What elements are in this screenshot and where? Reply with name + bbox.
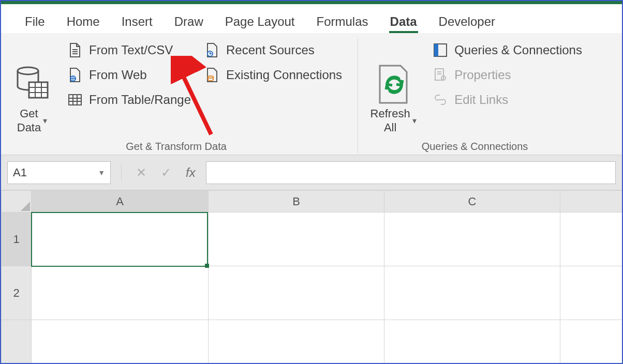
file-globe-icon (67, 67, 83, 83)
table-icon (67, 92, 83, 108)
select-all-corner[interactable] (2, 191, 32, 213)
svg-rect-18 (434, 44, 438, 56)
ribbon-tabs: File Home Insert Draw Page Layout Formul… (1, 4, 622, 33)
column-header-b[interactable]: B (209, 191, 384, 213)
cell-c2[interactable] (384, 266, 560, 320)
group-queries-connections: Refresh All ▾ Queries & Connections (362, 38, 598, 154)
svg-rect-1 (29, 82, 48, 98)
svg-point-0 (18, 67, 38, 74)
svg-rect-10 (69, 95, 81, 105)
tab-home[interactable]: Home (57, 12, 109, 33)
formula-input[interactable] (206, 161, 616, 184)
cell-b3[interactable] (209, 320, 384, 365)
tab-formulas[interactable]: Formulas (307, 12, 378, 33)
cell-a2[interactable] (32, 266, 209, 320)
get-data-label-bottom: Data (17, 121, 41, 134)
column-header-extra[interactable] (560, 191, 624, 213)
recent-sources-button[interactable]: Recent Sources (201, 40, 345, 60)
recent-sources-label: Recent Sources (226, 43, 315, 57)
name-box[interactable]: A1 ▼ (7, 161, 111, 184)
row-header-1[interactable]: 1 (2, 213, 32, 266)
svg-point-16 (208, 76, 213, 78)
row-header-3[interactable] (2, 320, 32, 365)
queries-connections-button[interactable]: Queries & Connections (429, 40, 585, 60)
from-table-range-button[interactable]: From Table/Range (64, 90, 194, 110)
group-queries-label: Queries & Connections (364, 138, 585, 154)
tab-draw[interactable]: Draw (165, 12, 213, 33)
refresh-icon (375, 64, 412, 105)
tab-page-layout[interactable]: Page Layout (216, 12, 304, 33)
queries-connections-label: Queries & Connections (454, 43, 582, 57)
properties-button: Properties (429, 65, 585, 85)
cell-c1[interactable] (384, 213, 560, 266)
worksheet-grid[interactable]: A B C 1 2 (1, 190, 622, 364)
existing-connections-label: Existing Connections (226, 68, 342, 82)
edit-links-label: Edit Links (454, 93, 508, 107)
database-grid-icon (13, 64, 51, 105)
tab-file[interactable]: File (16, 12, 54, 33)
tab-developer[interactable]: Developer (429, 12, 505, 33)
edit-links-button: Edit Links (429, 90, 585, 110)
chevron-down-icon[interactable]: ▼ (98, 169, 105, 177)
properties-icon (433, 67, 448, 83)
from-web-label: From Web (89, 68, 147, 82)
get-data-label-top: Get (20, 107, 38, 120)
from-table-range-label: From Table/Range (89, 93, 191, 107)
file-text-icon (67, 42, 83, 58)
row-header-2[interactable]: 2 (2, 266, 32, 320)
cancel-icon[interactable]: ✕ (136, 165, 146, 180)
refresh-all-label-top: Refresh (370, 107, 410, 120)
file-database-icon (204, 67, 220, 83)
pane-icon (433, 42, 448, 58)
refresh-all-button[interactable]: Refresh All ▾ (364, 38, 422, 138)
link-icon (433, 92, 448, 108)
cell-a1[interactable] (32, 213, 209, 266)
from-text-csv-button[interactable]: From Text/CSV (64, 40, 194, 60)
cell-d1[interactable] (560, 213, 624, 266)
formula-controls: ✕ ✓ fx (117, 164, 200, 181)
cell-d3[interactable] (560, 320, 624, 365)
separator (121, 164, 122, 181)
cell-c3[interactable] (384, 320, 560, 365)
get-data-button[interactable]: Get Data ▾ (7, 38, 57, 138)
from-web-button[interactable]: From Web (64, 65, 194, 85)
group-get-transform: Get Data ▾ From Text/CSV F (5, 38, 358, 154)
existing-connections-button[interactable]: Existing Connections (201, 65, 345, 85)
fx-icon[interactable]: fx (186, 165, 196, 180)
column-header-a[interactable]: A (32, 191, 209, 213)
properties-label: Properties (454, 68, 511, 82)
ribbon: Get Data ▾ From Text/CSV F (1, 33, 622, 155)
cell-b2[interactable] (209, 266, 384, 320)
file-clock-icon (204, 42, 220, 58)
chevron-down-icon: ▾ (43, 116, 47, 126)
formula-bar: A1 ▼ ✕ ✓ fx (1, 155, 622, 190)
name-box-value: A1 (13, 166, 27, 179)
cell-b1[interactable] (209, 213, 384, 266)
chevron-down-icon: ▾ (412, 116, 417, 126)
group-get-transform-label: Get & Transform Data (7, 138, 345, 154)
cell-d2[interactable] (560, 266, 624, 320)
enter-icon[interactable]: ✓ (161, 165, 171, 180)
from-text-csv-label: From Text/CSV (89, 43, 173, 57)
column-header-c[interactable]: C (384, 191, 560, 213)
cell-a3[interactable] (32, 320, 209, 365)
refresh-all-label-bottom: All (384, 121, 396, 134)
tab-insert[interactable]: Insert (112, 12, 162, 33)
tab-data[interactable]: Data (381, 12, 426, 33)
